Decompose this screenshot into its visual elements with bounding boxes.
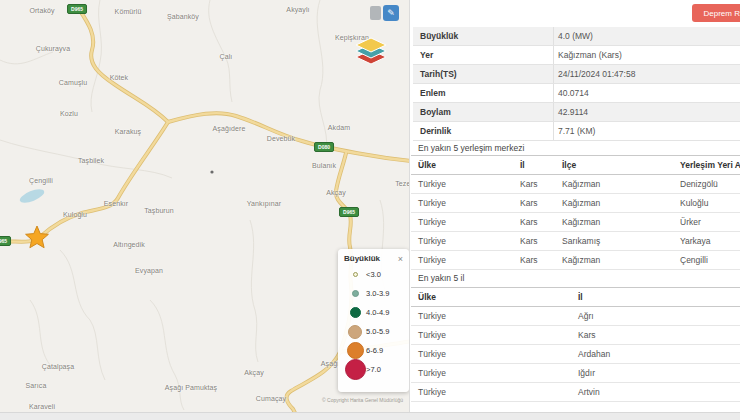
magnitude-dot-icon bbox=[353, 272, 358, 277]
map-place-label: Yankıpınar bbox=[247, 200, 281, 207]
road-number-badge: D080 bbox=[314, 142, 334, 152]
table-cell: Çengilli bbox=[673, 251, 740, 270]
road-number-badge: D965 bbox=[67, 4, 87, 14]
table-cell: Türkiye bbox=[411, 383, 571, 402]
table-cell: Kağızman bbox=[555, 194, 673, 213]
table-cell: Türkiye bbox=[411, 194, 513, 213]
table-cell: Kağızman bbox=[555, 251, 673, 270]
detail-row: Tarih(TS)24/11/2024 01:47:58 bbox=[413, 65, 740, 84]
map-place-label: Çatalpaşa bbox=[42, 363, 74, 370]
magnitude-dot-icon bbox=[352, 290, 359, 297]
bottom-scrollbar-track[interactable] bbox=[0, 412, 740, 420]
road-number-badge: D965 bbox=[0, 236, 11, 246]
column-header: İl bbox=[513, 156, 555, 175]
magnitude-dot-icon bbox=[345, 359, 366, 380]
table-cell: Yarkaya bbox=[673, 232, 740, 251]
table-cell: Denizgölü bbox=[673, 175, 740, 194]
map-place-label: Karaveli bbox=[29, 403, 55, 410]
map-place-label: Akyaylı bbox=[286, 6, 309, 13]
legend-item-label: 3.0-3.9 bbox=[366, 289, 389, 298]
detail-label: Tarih(TS) bbox=[413, 69, 553, 79]
map-place-label: Esenkır bbox=[104, 200, 128, 207]
map-place-label: Altıngedik bbox=[113, 241, 145, 248]
table-cell: Artvin bbox=[571, 383, 740, 402]
table-row: TürkiyeAğrı bbox=[411, 307, 740, 326]
map-place-label: Bulanık bbox=[312, 162, 336, 169]
map-place-label: Çengilli bbox=[29, 177, 53, 184]
legend-item-label: <3.0 bbox=[366, 270, 381, 279]
map-place-label: Akdam bbox=[328, 124, 350, 131]
map-place-label: Tezeren bbox=[395, 180, 410, 187]
table-row: TürkiyeKarsKağızmanDenizgölü bbox=[411, 175, 740, 194]
table-cell: Kars bbox=[571, 326, 740, 345]
map-locate-control[interactable] bbox=[370, 6, 381, 20]
legend-item: 5.0-5.9 bbox=[344, 322, 403, 341]
close-icon[interactable]: × bbox=[398, 255, 403, 263]
lake-shape bbox=[18, 186, 46, 205]
magnitude-dot-icon bbox=[348, 325, 362, 339]
table-row: TürkiyeKars bbox=[411, 326, 740, 345]
column-header: İl bbox=[571, 288, 740, 307]
table-cell: Ardahan bbox=[571, 345, 740, 364]
table-header-row: ÜlkeİlİlçeYerleşim Yeri Adı bbox=[411, 156, 740, 175]
map-place-label: Kötek bbox=[110, 74, 128, 81]
nearest-provinces-table: Ülkeİl TürkiyeAğrıTürkiyeKarsTürkiyeArda… bbox=[411, 287, 740, 402]
layers-control[interactable] bbox=[352, 36, 390, 66]
map-place-label: Çukurayva bbox=[36, 45, 70, 52]
edit-button[interactable]: ✎ bbox=[383, 5, 399, 21]
map-canvas[interactable]: OrtaköyKömürlüŞabanköyAkyaylıKepişkıranÇ… bbox=[0, 0, 410, 412]
table-cell: Kars bbox=[513, 213, 555, 232]
map-place-label: Taşbilek bbox=[78, 157, 104, 164]
detail-row: Boylam42.9114 bbox=[413, 103, 740, 122]
magnitude-dot-icon bbox=[344, 307, 366, 318]
map-attribution: © Copyright Harita Genel Müdürlüğü bbox=[322, 397, 403, 403]
magnitude-dot-icon bbox=[344, 342, 366, 359]
map-place-label: Sarıca bbox=[26, 382, 47, 389]
detail-value: 7.71 (KM) bbox=[553, 122, 740, 140]
detail-label: Büyüklük bbox=[413, 31, 553, 41]
table-cell: Sarıkamış bbox=[555, 232, 673, 251]
detail-row: YerKağızman (Kars) bbox=[413, 46, 740, 65]
legend-item: >7.0 bbox=[344, 360, 403, 379]
epicenter-star-marker[interactable] bbox=[26, 226, 49, 248]
column-header: Ülke bbox=[411, 156, 513, 175]
map-place-label: Şabanköy bbox=[167, 13, 199, 20]
legend-item-label: >7.0 bbox=[366, 365, 381, 374]
legend-item: 6-6.9 bbox=[344, 341, 403, 360]
earthquake-report-button[interactable]: Deprem Raporu bbox=[692, 4, 740, 22]
map-place-label: Camuşlu bbox=[59, 79, 87, 86]
table-row: TürkiyeIğdır bbox=[411, 364, 740, 383]
map-place-label: Cumaçay bbox=[256, 395, 286, 402]
nearest-settlements-title: En yakın 5 yerleşim merkezi bbox=[418, 143, 524, 153]
table-cell: Kars bbox=[513, 251, 555, 270]
earthquake-detail-page: OrtaköyKömürlüŞabanköyAkyaylıKepişkıranÇ… bbox=[0, 0, 740, 420]
legend-items: <3.03.0-3.94.0-4.95.0-5.96-6.9>7.0 bbox=[344, 265, 403, 379]
detail-row: Derinlik7.71 (KM) bbox=[413, 122, 740, 141]
magnitude-dot-icon bbox=[350, 307, 361, 318]
detail-row: Enlem40.0714 bbox=[413, 84, 740, 103]
magnitude-legend: Büyüklük × <3.03.0-3.94.0-4.95.0-5.96-6.… bbox=[338, 249, 409, 392]
table-cell: Kars bbox=[513, 232, 555, 251]
map-place-label: Akçay bbox=[244, 369, 264, 376]
stream-lines bbox=[0, 0, 385, 410]
magnitude-dot-icon bbox=[344, 325, 366, 339]
detail-row: Büyüklük4.0 (MW) bbox=[413, 27, 740, 46]
pencil-icon: ✎ bbox=[387, 8, 395, 18]
nearest-settlements-table: ÜlkeİlİlçeYerleşim Yeri Adı TürkiyeKarsK… bbox=[411, 155, 740, 270]
column-header: Ülke bbox=[411, 288, 571, 307]
detail-value: 24/11/2024 01:47:58 bbox=[553, 65, 740, 83]
map-place-label: Taşburun bbox=[144, 207, 174, 214]
legend-title: Büyüklük bbox=[344, 254, 380, 263]
map-place-label: Kuloğlu bbox=[63, 211, 87, 218]
table-cell: Ürker bbox=[673, 213, 740, 232]
table-cell: Türkiye bbox=[411, 213, 513, 232]
table-row: TürkiyeArtvin bbox=[411, 383, 740, 402]
map-place-label: Akçay bbox=[326, 189, 346, 196]
column-header: İlçe bbox=[555, 156, 673, 175]
detail-label: Boylam bbox=[413, 107, 553, 117]
map-place-label: Ortaköy bbox=[29, 7, 54, 14]
detail-label: Enlem bbox=[413, 88, 553, 98]
magnitude-dot-icon bbox=[344, 290, 366, 297]
earthquake-details-table: Büyüklük4.0 (MW)YerKağızman (Kars)Tarih(… bbox=[413, 27, 740, 141]
table-cell: Kağızman bbox=[555, 213, 673, 232]
